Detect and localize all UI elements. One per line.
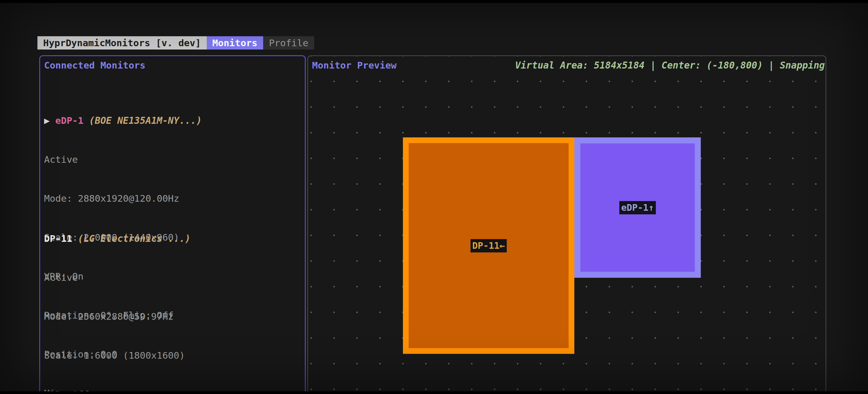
preview-box-edp1[interactable]: eDP-1↑ — [574, 138, 701, 278]
monitor-list-item-dp11[interactable]: DP-11 (LG Electronics ...) Active Mode: … — [44, 206, 190, 394]
connected-monitors-panel: Connected Monitors ▶ eDP-1 (BOE NE135A1M… — [39, 55, 306, 394]
app-screen: HyprDynamicMonitors [v. dev] Monitors Pr… — [0, 0, 868, 394]
preview-status-text: Virtual Area: 5184x5184 | Center: (-180,… — [515, 60, 825, 71]
monitor-vendor: (LG Electronics ...) — [78, 233, 190, 244]
top-bezel — [0, 0, 868, 3]
monitor-header[interactable]: DP-11 (LG Electronics ...) — [44, 232, 190, 245]
monitor-header[interactable]: ▶ eDP-1 (BOE NE135A1M-NY...) — [44, 114, 202, 127]
monitor-status-line: Active — [44, 153, 202, 166]
monitor-status-line: Active — [44, 271, 190, 284]
monitor-mode-line: Mode: 2560x2880@59.97Hz — [44, 310, 190, 323]
connected-monitors-title: Connected Monitors — [44, 60, 146, 71]
monitor-mode-line: Mode: 2880x1920@120.00Hz — [44, 192, 202, 205]
tab-monitors[interactable]: Monitors — [207, 36, 263, 50]
preview-box-label: eDP-1↑ — [619, 201, 655, 214]
selected-arrow-icon: ▶ — [44, 115, 55, 126]
tab-profile[interactable]: Profile — [263, 36, 314, 50]
preview-box-dp11[interactable]: DP-11← — [403, 138, 574, 354]
bottom-bezel — [0, 391, 868, 394]
monitor-preview-panel: Monitor Preview Virtual Area: 5184x5184 … — [307, 55, 826, 394]
preview-box-label: DP-11← — [470, 239, 507, 252]
monitor-name: eDP-1 — [55, 115, 83, 126]
window-title: HyprDynamicMonitors [v. dev] — [37, 36, 207, 50]
monitor-preview-title: Monitor Preview — [312, 60, 397, 71]
tab-bar: HyprDynamicMonitors [v. dev] Monitors Pr… — [37, 36, 314, 50]
monitor-vendor: (BOE NE135A1M-NY...) — [89, 115, 202, 126]
monitor-name: DP-11 — [44, 233, 72, 244]
monitor-scale-line: Scale: 1.6000 (1800x1600) — [44, 349, 190, 362]
